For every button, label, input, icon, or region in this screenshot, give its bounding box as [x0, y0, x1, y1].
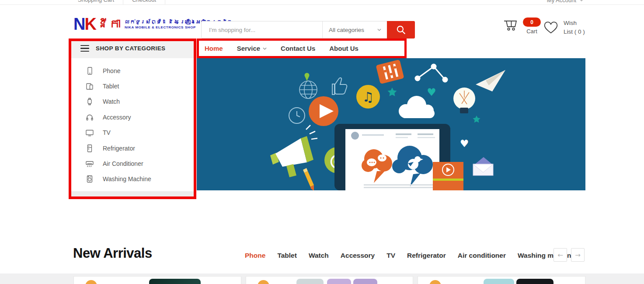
categories-menu-footer: [71, 191, 194, 197]
chevron-down-icon: [377, 28, 381, 31]
heart-icon: [543, 21, 558, 34]
sidebar-item-air-conditioner[interactable]: Air Conditioner: [71, 156, 194, 171]
tab-air-conditioner[interactable]: Air conditioner: [458, 252, 506, 259]
product-image: [516, 279, 553, 284]
tab-phone[interactable]: Phone: [245, 252, 265, 259]
product-image: [484, 279, 514, 284]
hamburger-icon: [80, 45, 89, 52]
my-account-label: My Account: [547, 0, 576, 4]
search-bar: All categories: [201, 21, 415, 39]
product-card[interactable]: [73, 276, 241, 284]
discount-badge: [258, 280, 269, 284]
category-label: Washing Machine: [103, 175, 151, 182]
search-input[interactable]: [202, 21, 322, 38]
category-label: Phone: [103, 67, 120, 74]
carousel-arrows: ← →: [553, 248, 585, 262]
carousel-prev-button[interactable]: ←: [553, 248, 567, 262]
sidebar-item-refrigerator[interactable]: Refrigerator: [71, 140, 194, 156]
phone-icon: [85, 67, 94, 75]
shopping-cart-link[interactable]: Shopping Cart: [69, 0, 123, 5]
play-button-icon: [309, 96, 338, 126]
carousel-next-button[interactable]: →: [571, 248, 585, 262]
product-image: [353, 279, 377, 284]
main-navigation: Home Service Contact Us About Us: [205, 39, 359, 58]
nav-service[interactable]: Service: [237, 45, 267, 52]
sidebar-item-tv[interactable]: TV: [71, 125, 194, 140]
nav-service-label: Service: [237, 45, 260, 52]
tab-refrigerator[interactable]: Refrigerator: [407, 252, 446, 259]
washing-machine-icon: [85, 175, 94, 183]
sidebar-item-watch[interactable]: Watch: [71, 94, 194, 109]
hero-banner[interactable]: ♫ ♥: [197, 58, 585, 190]
heart-icon: ♥: [460, 138, 469, 149]
wishlist-label-line2: List ( 0 ): [564, 28, 585, 35]
category-label: Refrigerator: [103, 145, 135, 152]
cart-count-badge: 0: [523, 18, 541, 27]
discount-badge: [429, 280, 441, 284]
watch-icon: [85, 97, 94, 106]
search-category-select[interactable]: All categories: [322, 21, 387, 38]
tab-accessory[interactable]: Accessory: [341, 252, 375, 259]
cart-icon: [503, 18, 519, 32]
product-image: [149, 279, 201, 284]
product-card[interactable]: [418, 276, 585, 284]
headphones-icon: [85, 113, 94, 122]
category-label: Watch: [103, 98, 120, 105]
tv-icon: [85, 128, 94, 137]
cart-label: Cart: [526, 28, 537, 35]
magnifier-icon: [396, 25, 407, 35]
top-bar: Shopping Cart Checkout My Account: [0, 0, 644, 5]
my-account-menu[interactable]: My Account: [547, 0, 584, 4]
checkout-link[interactable]: Checkout: [123, 0, 165, 5]
category-label: Tablet: [103, 83, 119, 90]
tablet-icon: [85, 82, 94, 91]
categories-menu: Phone Tablet Watch Accessory TV Refriger…: [71, 58, 194, 191]
tab-watch[interactable]: Watch: [309, 252, 329, 259]
logo-letter-k: K: [84, 15, 95, 34]
search-button[interactable]: [387, 21, 415, 39]
nav-about-label: About Us: [329, 45, 359, 52]
search-category-value: All categories: [329, 27, 364, 33]
tab-tablet[interactable]: Tablet: [277, 252, 297, 259]
category-label: Accessory: [103, 114, 131, 121]
air-conditioner-icon: [85, 159, 94, 168]
product-image: [296, 279, 324, 284]
tab-tv[interactable]: TV: [386, 252, 395, 259]
product-card[interactable]: [246, 276, 413, 284]
music-note-icon: ♫: [356, 85, 380, 109]
sidebar-item-phone[interactable]: Phone: [71, 63, 194, 78]
chevron-down-icon: [263, 47, 267, 50]
nav-home[interactable]: Home: [205, 45, 223, 52]
logo-khmer-name: នីកា: [97, 18, 121, 30]
shop-by-categories-title: SHOP BY CATEGORIES: [96, 45, 165, 52]
nav-contact-us[interactable]: Contact Us: [281, 45, 315, 52]
nav-about-us[interactable]: About Us: [329, 45, 359, 52]
discount-badge: [85, 280, 97, 284]
wishlist-label-line1: Wish: [564, 20, 577, 26]
hero-banner-illustration: ♫ ♥: [197, 58, 585, 190]
cart-button[interactable]: 0 Cart: [503, 18, 541, 35]
category-label: Air Conditioner: [103, 160, 143, 167]
page: Shopping Cart Checkout My Account N K នី…: [0, 0, 644, 284]
sidebar-item-washing-machine[interactable]: Washing Machine: [71, 172, 194, 187]
section-title-new-arrivals: New Arrivals: [73, 245, 152, 261]
logo-letter-n: N: [73, 15, 84, 34]
category-label: TV: [103, 129, 111, 136]
heart-icon: ♥: [427, 86, 436, 98]
sidebar-item-tablet[interactable]: Tablet: [71, 78, 194, 94]
shop-by-categories-header[interactable]: SHOP BY CATEGORIES: [71, 39, 194, 58]
refrigerator-icon: [85, 144, 94, 153]
product-image: [327, 279, 351, 284]
new-arrivals-tabs: Phone Tablet Watch Accessory TV Refriger…: [245, 249, 575, 262]
nav-home-label: Home: [205, 45, 223, 52]
video-panel-icon: [433, 162, 463, 190]
nav-contact-label: Contact Us: [281, 45, 315, 52]
wishlist-button[interactable]: Wish List ( 0 ): [543, 19, 585, 37]
sidebar-item-accessory[interactable]: Accessory: [71, 109, 194, 125]
chevron-down-icon: [579, 0, 584, 1]
header: N K នីកា លក់ទូរស័ព្ទដៃ និង គ្រឿងអេឡិចត្រ…: [0, 5, 644, 39]
svg-text:♫: ♫: [362, 89, 374, 105]
